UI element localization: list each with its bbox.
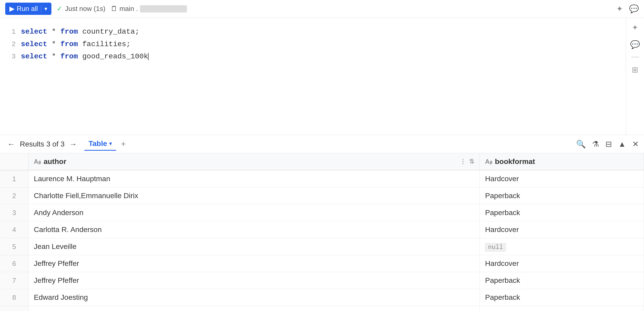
status-area: ✓ Just now (1s): [57, 5, 105, 13]
line-number-3: 3: [8, 51, 16, 62]
row-number-cell: 7: [0, 272, 28, 289]
bookformat-column-header[interactable]: Aᵦ bookformat: [480, 153, 644, 170]
sparkle-icon[interactable]: ✦: [616, 4, 623, 13]
bookformat-cell: Paperback: [480, 289, 644, 306]
columns-results-icon[interactable]: ⊟: [605, 139, 612, 149]
db-label: main .: [120, 5, 138, 13]
table-tab-dropdown[interactable]: ▾: [109, 140, 112, 147]
bookformat-cell: Paperback: [480, 306, 644, 311]
editor-with-results: 1 select * from country_data; 2 select: [0, 18, 644, 311]
author-cell: Laurence M. Hauptman: [28, 170, 480, 187]
keyword-from-2: from: [60, 40, 78, 48]
sparkle-sidebar-icon[interactable]: ✦: [632, 23, 638, 32]
grid-sidebar-icon[interactable]: ⊞: [632, 65, 638, 74]
author-col-label: author: [44, 157, 66, 166]
results-toolbar-right: 🔍 ⚗ ⊟ ▲ ✕: [576, 139, 639, 149]
text-cursor: [148, 53, 149, 60]
author-cell: Edward Joesting: [28, 289, 480, 306]
bookformat-col-icon: Aᵦ: [485, 158, 492, 165]
bookformat-cell: null: [480, 238, 644, 255]
sidebar-divider: [631, 57, 639, 57]
next-result-button[interactable]: →: [67, 139, 79, 150]
author-cell: Jeffrey Pfeffer: [28, 255, 480, 272]
keyword-select-2: select: [21, 40, 47, 48]
results-label: Results 3 of 3: [20, 140, 64, 148]
code-line-1: 1 select * from country_data;: [8, 26, 618, 38]
table-tab-label: Table: [88, 139, 107, 148]
bookformat-cell: Paperback: [480, 272, 644, 289]
row-number-cell: 6: [0, 255, 28, 272]
results-table-container: Aᵦ author ⋮ ⇅: [0, 153, 644, 311]
filter-results-icon[interactable]: ⚗: [592, 139, 599, 149]
table-row: 2Charlotte Fiell,Emmanuelle DirixPaperba…: [0, 187, 644, 204]
table-row: 6Jeffrey PfefferHardcover: [0, 255, 644, 272]
run-all-button[interactable]: ▶ Run all ▾: [5, 3, 51, 15]
keyword-from-1: from: [60, 28, 78, 36]
line-number-1: 1: [8, 26, 16, 38]
author-cell: Charlotte Fiell,Emmanuelle Dirix: [28, 187, 480, 204]
chat-sidebar-icon[interactable]: 💬: [630, 40, 640, 49]
table-body: 1Laurence M. HauptmanHardcover2Charlotte…: [0, 170, 644, 311]
author-cell: Jean Leveille: [28, 238, 480, 255]
row-number-cell: 3: [0, 204, 28, 221]
play-icon: ▶: [9, 5, 15, 13]
table-tab[interactable]: Table ▾: [84, 137, 116, 151]
results-table: Aᵦ author ⋮ ⇅: [0, 153, 644, 311]
chat-icon[interactable]: 💬: [629, 4, 639, 13]
toolbar: ▶ Run all ▾ ✓ Just now (1s) 🗒 main . ✦ 💬: [0, 0, 644, 18]
keyword-select-3: select: [21, 52, 47, 60]
bookformat-col-label: bookformat: [495, 157, 535, 166]
app-layout: ▶ Run all ▾ ✓ Just now (1s) 🗒 main . ✦ 💬: [0, 0, 644, 311]
table-row: 5Jean Leveillenull: [0, 238, 644, 255]
right-sidebar: ✦ 💬 ⊞: [626, 18, 644, 135]
keyword-select-1: select: [21, 28, 47, 36]
run-all-label: Run all: [17, 5, 38, 13]
code-line-3: 3 select * from good_reads_100k: [8, 50, 618, 63]
bookformat-cell: Hardcover: [480, 170, 644, 187]
add-tab-button[interactable]: +: [119, 139, 128, 149]
row-number-cell: 5: [0, 238, 28, 255]
author-col-sort-icon[interactable]: ⇅: [469, 158, 474, 165]
status-text: Just now (1s): [65, 5, 105, 13]
author-col-icon: Aᵦ: [34, 158, 41, 165]
btn-divider: [41, 5, 41, 13]
table-row: 3Andy AndersonPaperback: [0, 204, 644, 221]
bookformat-cell: Hardcover: [480, 221, 644, 238]
close-results-icon[interactable]: ✕: [632, 139, 639, 149]
search-results-icon[interactable]: 🔍: [576, 139, 586, 149]
author-cell: Andy Anderson: [28, 204, 480, 221]
table-row: 7Jeffrey PfefferPaperback: [0, 272, 644, 289]
author-cell: Carlotta R. Anderson: [28, 221, 480, 238]
content-area: 1 select * from country_data; 2 select: [0, 18, 644, 311]
row-number-cell: 2: [0, 187, 28, 204]
bookformat-cell: Hardcover: [480, 255, 644, 272]
row-number-cell: 1: [0, 170, 28, 187]
run-all-dropdown-icon[interactable]: ▾: [44, 5, 47, 12]
keyword-from-3: from: [60, 52, 78, 60]
prev-result-button[interactable]: ←: [5, 139, 17, 150]
author-cell: Jeffrey Pfeffer: [28, 272, 480, 289]
code-line-2: 2 select * from facilities;: [8, 38, 618, 51]
toolbar-right: ✦ 💬: [616, 4, 639, 13]
row-number-cell: 4: [0, 221, 28, 238]
row-number-cell: 9: [0, 306, 28, 311]
collapse-results-icon[interactable]: ▲: [618, 140, 626, 149]
results-tabs-bar: ← Results 3 of 3 → Table ▾ + 🔍 ⚗ ⊟ ▲ ✕: [0, 135, 644, 153]
file-icon: 🗒: [111, 5, 117, 13]
table-row: 1Laurence M. HauptmanHardcover: [0, 170, 644, 187]
null-value-badge: null: [485, 243, 506, 252]
bookformat-cell: Paperback: [480, 204, 644, 221]
line-number-2: 2: [8, 39, 16, 50]
code-editor[interactable]: 1 select * from country_data; 2 select: [0, 18, 626, 135]
db-connection[interactable]: 🗒 main .: [111, 5, 187, 13]
table-row: 8Edward JoestingPaperback: [0, 289, 644, 306]
author-cell: Nick Le Neve Walmsley: [28, 306, 480, 311]
code-editor-area: 1 select * from country_data; 2 select: [0, 18, 644, 135]
author-column-header[interactable]: Aᵦ author ⋮ ⇅: [28, 153, 480, 170]
db-name-blurred: [140, 5, 187, 13]
table-row: 9Nick Le Neve WalmsleyPaperback: [0, 306, 644, 311]
table-row: 4Carlotta R. AndersonHardcover: [0, 221, 644, 238]
author-col-menu-icon[interactable]: ⋮: [460, 158, 466, 165]
row-number-header: [0, 153, 28, 170]
row-number-cell: 8: [0, 289, 28, 306]
